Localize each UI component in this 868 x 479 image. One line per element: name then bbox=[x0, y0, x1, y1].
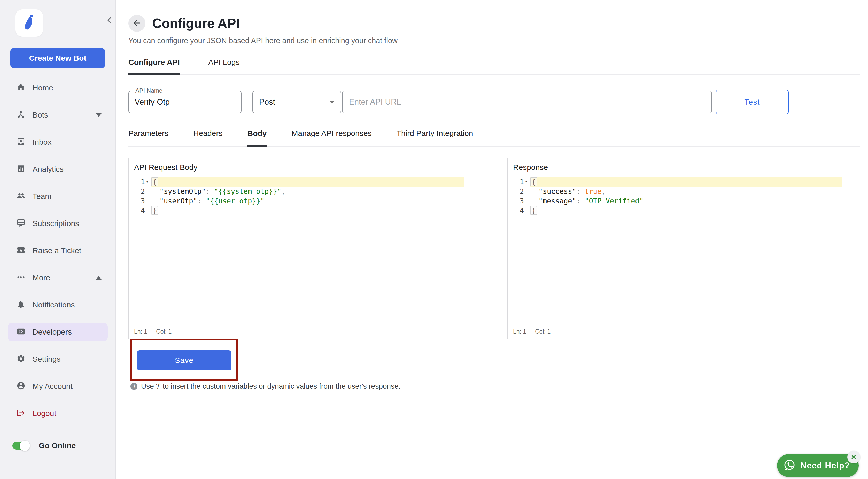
arrow-left-icon bbox=[132, 18, 142, 29]
whatsapp-icon bbox=[783, 458, 796, 473]
main-content: Configure API You can configure your JSO… bbox=[116, 0, 868, 479]
sidebar: Create New Bot Home Bots Inbox Analytics bbox=[0, 0, 116, 479]
sidebar-item-label: More bbox=[33, 273, 50, 282]
tab-headers[interactable]: Headers bbox=[193, 129, 222, 147]
sidebar-item-label: My Account bbox=[33, 382, 72, 391]
toggle-knob bbox=[20, 441, 30, 451]
sidebar-item-label: Notifications bbox=[33, 300, 75, 309]
code-lines: { "systemOtp": "{{system_otp}}", "userOt… bbox=[150, 177, 464, 215]
sidebar-item-developers[interactable]: Developers bbox=[8, 323, 108, 341]
sidebar-collapse-button[interactable] bbox=[103, 15, 115, 26]
api-url-input[interactable] bbox=[342, 91, 712, 113]
tab-configure-api[interactable]: Configure API bbox=[128, 58, 180, 75]
page-subtitle: You can configure your JSON based API he… bbox=[128, 36, 860, 45]
code-icon bbox=[17, 327, 25, 337]
save-button[interactable]: Save bbox=[137, 350, 231, 370]
code-line: } bbox=[530, 206, 842, 215]
brand-logo bbox=[16, 9, 43, 37]
code-line: "userOtp": "{{user_otp}}" bbox=[151, 196, 464, 206]
column-indicator: Col: 1 bbox=[535, 328, 551, 335]
sidebar-item-my-account[interactable]: My Account bbox=[8, 377, 108, 395]
editor-panels: API Request Body 1▾ 2 3 4 { "systemOtp":… bbox=[128, 158, 860, 339]
sidebar-item-notifications[interactable]: Notifications bbox=[8, 296, 108, 314]
api-name-label: API Name bbox=[133, 87, 165, 94]
main-tab-bar: Configure API API Logs bbox=[128, 58, 860, 75]
help-close-button[interactable]: ✕ bbox=[847, 451, 860, 463]
response-editor-title: Response bbox=[508, 158, 842, 172]
line-indicator: Ln: 1 bbox=[513, 328, 526, 335]
sidebar-item-subscriptions[interactable]: Subscriptions bbox=[8, 214, 108, 233]
team-icon bbox=[17, 191, 25, 201]
need-help-button[interactable]: Need Help? ✕ bbox=[777, 454, 859, 477]
code-line: "success": true, bbox=[530, 186, 842, 196]
api-name-field-wrap: API Name bbox=[128, 91, 242, 113]
sidebar-item-more[interactable]: More bbox=[8, 268, 108, 287]
sidebar-item-label: Team bbox=[33, 192, 52, 201]
app-window: Create New Bot Home Bots Inbox Analytics bbox=[0, 0, 868, 479]
sidebar-item-label: Analytics bbox=[33, 165, 64, 174]
need-help-label: Need Help? bbox=[800, 461, 850, 471]
sidebar-item-settings[interactable]: Settings bbox=[8, 350, 108, 368]
info-icon: i bbox=[130, 383, 137, 390]
more-dots-icon bbox=[17, 273, 25, 282]
page-header: Configure API bbox=[128, 15, 860, 32]
sidebar-item-logout[interactable]: Logout bbox=[8, 404, 108, 423]
sidebar-item-home[interactable]: Home bbox=[8, 79, 108, 97]
tab-manage-api-responses[interactable]: Manage API responses bbox=[291, 129, 371, 147]
code-line: { bbox=[151, 177, 464, 186]
hint-text: Use '/' to insert the custom variables o… bbox=[141, 382, 400, 390]
sidebar-item-label: Inbox bbox=[33, 138, 52, 147]
fold-caret-icon[interactable]: ▾ bbox=[145, 177, 150, 186]
api-name-input[interactable] bbox=[129, 91, 241, 113]
sidebar-item-inbox[interactable]: Inbox bbox=[8, 133, 108, 151]
sidebar-nav: Home Bots Inbox Analytics Team bbox=[8, 79, 108, 431]
create-new-bot-button[interactable]: Create New Bot bbox=[10, 48, 105, 68]
response-editor-panel: Response 1▾ 2 3 4 { "success": true, "me… bbox=[507, 158, 842, 339]
hint-row: i Use '/' to insert the custom variables… bbox=[130, 382, 860, 390]
sidebar-item-label: Developers bbox=[33, 328, 72, 336]
http-method-select[interactable]: Post bbox=[252, 91, 341, 113]
sidebar-item-raise-ticket[interactable]: Raise a Ticket bbox=[8, 241, 108, 260]
chevron-up-icon bbox=[96, 276, 101, 279]
request-editor-title: API Request Body bbox=[129, 158, 464, 172]
sidebar-item-label: Raise a Ticket bbox=[33, 246, 81, 255]
sidebar-item-label: Settings bbox=[33, 355, 60, 363]
bell-icon bbox=[17, 300, 25, 310]
code-line: } bbox=[151, 206, 464, 215]
code-line: "message": "OTP Verified" bbox=[530, 196, 842, 206]
tab-parameters[interactable]: Parameters bbox=[128, 129, 168, 147]
api-config-form: API Name Post Test bbox=[128, 90, 860, 115]
request-editor-panel: API Request Body 1▾ 2 3 4 { "systemOtp":… bbox=[128, 158, 464, 339]
tab-body[interactable]: Body bbox=[247, 129, 267, 147]
save-annotation-box: Save bbox=[130, 339, 238, 381]
page-title: Configure API bbox=[152, 16, 240, 31]
sidebar-item-label: Logout bbox=[33, 409, 56, 418]
sidebar-item-label: Subscriptions bbox=[33, 219, 79, 228]
penguin-logo-icon bbox=[20, 13, 38, 33]
test-button[interactable]: Test bbox=[716, 90, 789, 115]
sidebar-item-team[interactable]: Team bbox=[8, 187, 108, 206]
tab-third-party-integration[interactable]: Third Party Integration bbox=[397, 129, 473, 147]
analytics-icon bbox=[17, 164, 25, 174]
method-value: Post bbox=[259, 97, 275, 107]
sidebar-item-analytics[interactable]: Analytics bbox=[8, 160, 108, 179]
line-number-gutter: 1▾ 2 3 4 bbox=[508, 177, 529, 215]
account-icon bbox=[17, 381, 25, 391]
fold-caret-icon[interactable]: ▾ bbox=[524, 177, 529, 186]
response-code-editor[interactable]: 1▾ 2 3 4 { "success": true, "message": "… bbox=[508, 177, 842, 215]
go-online-row: Go Online bbox=[8, 441, 108, 450]
sidebar-item-bots[interactable]: Bots bbox=[8, 106, 108, 124]
subscriptions-icon bbox=[17, 218, 25, 229]
inbox-icon bbox=[17, 137, 25, 147]
chevron-left-icon bbox=[104, 15, 115, 26]
home-icon bbox=[17, 83, 25, 93]
column-indicator: Col: 1 bbox=[156, 328, 172, 335]
request-code-editor[interactable]: 1▾ 2 3 4 { "systemOtp": "{{system_otp}}"… bbox=[129, 177, 464, 215]
editor-status-bar: Ln: 1 Col: 1 bbox=[134, 328, 172, 335]
back-button[interactable] bbox=[128, 15, 146, 32]
tab-api-logs[interactable]: API Logs bbox=[208, 58, 240, 74]
go-online-toggle[interactable] bbox=[12, 442, 29, 450]
editor-status-bar: Ln: 1 Col: 1 bbox=[513, 328, 551, 335]
line-indicator: Ln: 1 bbox=[134, 328, 147, 335]
sidebar-item-label: Bots bbox=[33, 111, 48, 119]
